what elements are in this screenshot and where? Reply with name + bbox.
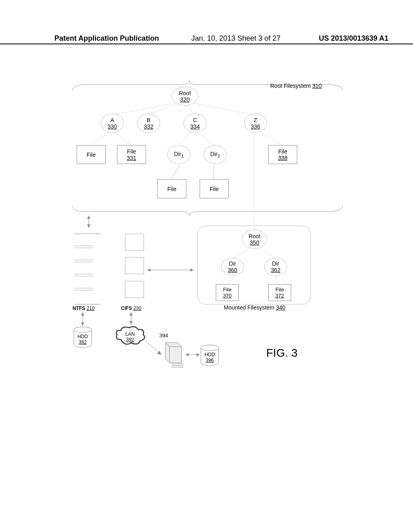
rootfs-text: Root Filesystem [270,83,311,89]
svg-marker-13 [87,216,90,219]
cifs-box-2 [125,257,144,274]
svg-line-6 [179,132,190,145]
dir1-node: Dir1 [167,145,190,164]
svg-point-45 [74,327,92,332]
file-node-a1: File [77,145,106,164]
svg-marker-38 [129,321,133,324]
ntfs-name: NTFS [73,305,85,311]
file-dir1: File [157,179,186,198]
drive-z-num: 336 [251,123,260,130]
svg-line-8 [171,165,179,179]
lan-name: LAN [125,331,135,337]
header-publication: Patent Application Publication [54,34,159,43]
dir-360-name: Dir [229,260,236,267]
root-350-num: 350 [250,239,259,246]
file-dir1-text: File [167,186,177,192]
svg-line-31 [228,276,232,284]
file-370-name: File [223,287,232,293]
drive-c: C 334 [184,114,206,133]
hdd-382-name: HDD [77,334,88,339]
cifs-num: 230 [133,305,142,311]
svg-marker-26 [147,268,150,272]
hdd-382-num: 382 [79,339,87,345]
page-header: Patent Application Publication Jan. 10, … [0,34,413,44]
cifs-label: CIFS 230 [121,305,142,311]
svg-marker-43 [196,353,200,356]
svg-marker-34 [81,312,84,316]
svg-line-3 [192,103,254,115]
svg-marker-40 [157,351,161,355]
drive-c-num: 334 [190,123,200,130]
svg-line-10 [260,132,282,145]
dir-360: Dir 360 [221,258,244,276]
file-372-num: 372 [275,293,284,299]
svg-line-29 [234,248,250,258]
svg-marker-14 [87,224,90,228]
root-350: Root 350 [242,230,267,249]
dir2-text: Dir2 [210,151,220,158]
ntfs-num: 210 [87,305,95,311]
cifs-box-1 [125,234,144,251]
svg-line-30 [258,248,274,258]
drive-a-name: A [111,117,114,123]
hdd-396-num: 396 [206,357,214,363]
root-350-name: Root [248,233,261,239]
cifs-name: CIFS [121,305,132,311]
figure-label: FIG. 3 [266,347,298,360]
mounted-fs-label: Mounted Filesystem 340 [224,304,286,311]
svg-marker-42 [186,353,189,356]
drive-z: Z 336 [244,114,267,133]
lan-cloud: LAN 392 [115,326,145,348]
svg-marker-37 [129,312,133,316]
svg-line-0 [113,103,177,115]
file-dir2-text: File [210,186,219,192]
drive-b-name: B [147,117,150,123]
file-372-name: File [275,287,284,293]
root-node: Root 320 [171,87,198,106]
drive-z-name: Z [254,117,257,123]
dir1-text: Dir1 [174,151,184,158]
svg-marker-35 [81,322,84,326]
header-date-sheet: Jan. 10, 2013 Sheet 3 of 27 [191,34,280,43]
drive-b: B 332 [137,114,160,133]
hdd-396: HDD 396 [200,345,220,367]
drive-c-name: C [193,117,197,123]
filesystem-diagram: Root Filesystem 310 Root 320 A 330 B 332… [69,81,351,371]
root-name: Root [179,90,191,96]
svg-line-32 [276,276,278,284]
root-num: 320 [180,96,190,103]
dir-362: Dir 362 [264,258,287,276]
file-370-num: 370 [223,293,232,299]
file-372: File 372 [268,284,291,301]
rootfs-num: 310 [312,83,321,89]
file-338: File 338 [268,145,297,164]
file-338-name: File [278,148,288,155]
dir-362-num: 362 [271,267,280,273]
mounted-num: 340 [276,304,285,311]
dir2-node: Dir2 [204,145,227,164]
ntfs-label: NTFS 210 [73,305,95,311]
lan-num: 392 [126,337,134,343]
file-331-name: File [127,148,136,155]
file-338-num: 338 [278,155,287,161]
svg-marker-27 [190,268,194,272]
server-394-label: 394 [159,332,168,339]
svg-point-50 [201,345,219,351]
drive-a: A 330 [101,114,124,133]
server-icon [161,341,186,369]
drive-b-num: 332 [144,123,153,130]
svg-line-4 [91,132,109,145]
hdd-396-name: HDD [204,352,215,357]
cifs-box-3 [125,281,144,298]
dir-362-name: Dir [272,260,280,267]
mounted-text: Mounted Filesystem [224,304,274,311]
hdd-382: HDD 382 [73,326,93,349]
root-filesystem-label: Root Filesystem 310 [270,83,322,89]
file-370: File 370 [216,284,239,301]
svg-line-7 [198,132,214,145]
svg-line-5 [115,132,131,145]
drive-a-num: 330 [108,123,117,130]
svg-line-1 [147,103,179,115]
file-331-num: 331 [127,155,136,161]
file-a1-text: File [87,152,96,158]
